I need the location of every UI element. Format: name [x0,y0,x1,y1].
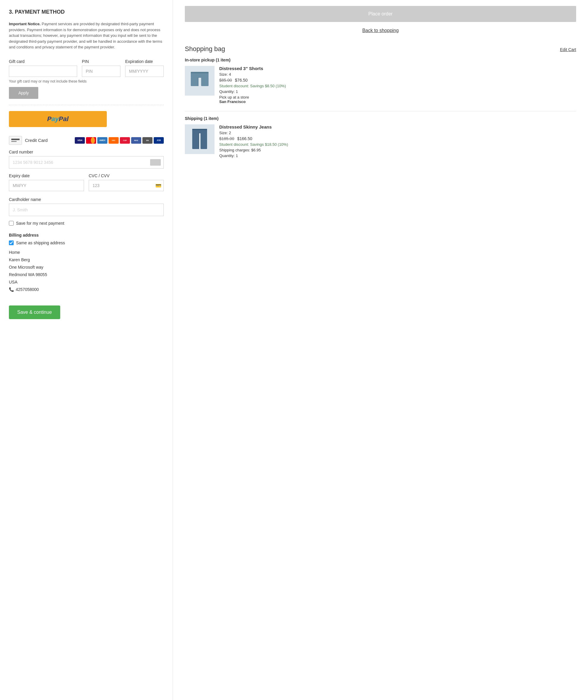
sale-price-2: $166.50 [237,136,252,141]
pickup-label: In-store pickup (1 item) [185,58,576,62]
save-payment-label: Save for my next payment [16,221,64,226]
product-name-2: Distressed Skinny Jeans [219,124,576,129]
expiration-label: Expiration date [125,59,164,64]
phone-icon: 📞 [9,286,14,293]
product-details-2: Distressed Skinny Jeans Size: 2 $185.00 … [219,124,576,159]
product-name-1: Distressed 3" Shorts [219,66,576,71]
billing-section: Billing address Same as shipping address… [9,233,164,293]
svg-rect-1 [191,77,198,86]
gift-card-section: Gift card PIN Expiration date Your gift … [9,59,164,99]
apply-button[interactable]: Apply [9,87,38,99]
important-notice: Important Notice. Payment services are p… [9,21,164,50]
paypal-label: PayPal [47,115,69,123]
product-row-1: Distressed 3" Shorts Size: 4 $85.00 $76.… [185,66,576,104]
paypal-button[interactable]: PayPal [9,111,107,127]
save-payment-checkbox[interactable] [9,221,14,226]
visa-logo: VISA [75,137,85,144]
svg-rect-8 [192,129,207,130]
shipping-charges-2: Shipping charges: $6.95 [219,148,576,152]
original-price-1: $85.00 [219,78,232,82]
card-number-label: Card number [9,150,164,154]
cvc-input[interactable] [89,180,164,191]
same-address-row: Same as shipping address [9,240,164,245]
svg-rect-2 [201,77,209,86]
cvc-label: CVC / CVV [89,173,164,178]
svg-rect-7 [201,133,207,149]
discover-logo: DISC [109,137,119,144]
card-logos: VISA AMEX DISC CUP MAE DIN JCB [75,137,164,144]
same-address-label: Same as shipping address [16,240,65,245]
cvv-icon: 💳 [155,182,161,188]
pickup-location-1: San Francisco [219,99,246,104]
billing-title: Billing address [9,233,164,237]
shopping-bag-header: Shopping bag Edit Cart [185,45,576,53]
address-line-2: Karen Berg [9,256,164,263]
expiry-input[interactable] [9,180,84,191]
back-to-shopping-link[interactable]: Back to shopping [185,28,576,33]
quantity-1: Quantity: 1 [219,89,576,94]
cardholder-label: Cardholder name [9,197,164,202]
product-image-2 [185,124,214,154]
divider-1 [9,105,164,105]
address-line-3: One Microsoft way [9,263,164,271]
discount-1: Student discount: Savings $8.50 (10%) [219,84,576,88]
place-order-button[interactable]: Place order [185,6,576,22]
address-line-1: Home [9,249,164,256]
original-price-2: $185.00 [219,136,234,141]
phone-row: 📞 4257058000 [9,286,164,293]
svg-rect-3 [191,72,209,73]
credit-card-label: Credit Card [25,138,48,143]
product-image-1 [185,66,214,96]
product-details-1: Distressed 3" Shorts Size: 4 $85.00 $76.… [219,66,576,104]
expiration-input[interactable] [125,66,164,77]
shopping-bag-title: Shopping bag [185,45,225,53]
card-number-input[interactable] [9,156,164,169]
shipping-label: Shipping (1 item) [185,116,576,121]
pickup-store-1: Pick up at a store San Francisco [219,95,576,104]
expiry-label: Expiry date [9,173,84,178]
discount-2: Student discount: Savings $18.50 (10%) [219,142,576,147]
credit-card-icon [9,136,22,145]
gift-card-input[interactable] [9,66,77,77]
pin-label: PIN [82,59,120,64]
address-line-5: USA [9,278,164,286]
mastercard-logo [86,137,96,144]
card-type-icon [150,159,161,166]
gift-card-label: Gift card [9,59,77,64]
quantity-2: Quantity: 1 [219,153,576,158]
phone-number: 4257058000 [16,286,39,293]
gift-card-hint: Your gift card may or may not include th… [9,79,164,83]
cardholder-input[interactable] [9,204,164,216]
amex-logo: AMEX [97,137,107,144]
svg-rect-6 [192,133,199,149]
address-block: Home Karen Berg One Microsoft way Redmon… [9,249,164,293]
section-title: 3. PAYMENT METHOD [9,9,164,15]
same-address-checkbox[interactable] [9,240,14,245]
maestro-logo: MAE [131,137,141,144]
save-continue-button[interactable]: Save & continue [9,305,60,319]
edit-cart-link[interactable]: Edit Cart [560,47,576,52]
product-size-2: Size: 2 [219,131,576,135]
divider-shipping [185,111,576,111]
jcb-logo: JCB [154,137,164,144]
diners-logo: DIN [142,137,152,144]
product-size-1: Size: 4 [219,72,576,77]
pin-input[interactable] [82,66,120,77]
credit-card-section: Credit Card VISA AMEX DISC CUP MAE DIN J… [9,136,164,145]
sale-price-1: $76.50 [235,78,248,82]
address-line-4: Redmond WA 98055 [9,271,164,278]
save-payment-row: Save for my next payment [9,221,164,226]
cup-logo: CUP [120,137,130,144]
notice-label: Important Notice. [9,22,41,26]
product-row-2: Distressed Skinny Jeans Size: 2 $185.00 … [185,124,576,159]
